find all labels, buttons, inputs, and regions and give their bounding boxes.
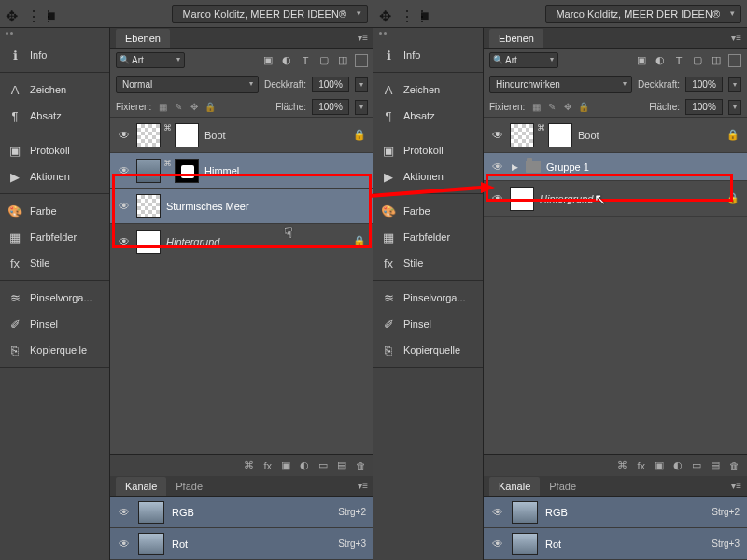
filter-type-icon[interactable]: T (299, 54, 312, 67)
layer-row[interactable]: 👁 Hintergrund 🔒 (110, 224, 374, 259)
sidebar-item-aktionen[interactable]: ▶Aktionen (374, 163, 483, 189)
sidebar-item-farbe[interactable]: 🎨Farbe (374, 198, 483, 224)
layer-name[interactable]: Hintergrund (540, 193, 721, 204)
lock-transparent-icon[interactable]: ▦ (157, 102, 168, 113)
fill-value[interactable]: 100% (312, 99, 349, 115)
filter-smart-icon[interactable]: ◫ (336, 54, 349, 67)
opacity-dropdown[interactable]: ▾ (728, 77, 741, 92)
filter-pixel-icon[interactable]: ▣ (261, 54, 275, 67)
sidebar-item-absatz[interactable]: ¶Absatz (374, 103, 483, 129)
sidebar-item-absatz[interactable]: ¶Absatz (0, 103, 109, 129)
layer-name[interactable]: Boot (204, 130, 347, 141)
sidebar-item-info[interactable]: ℹInfo (374, 42, 483, 68)
layer-group-row[interactable]: 👁 ▶ Gruppe 1 (484, 153, 747, 181)
tab-kanaele[interactable]: Kanäle (489, 477, 540, 496)
layer-name[interactable]: Hintergrund (166, 236, 347, 247)
layer-row[interactable]: 👁 ⌘ Himmel (110, 153, 374, 189)
channel-row[interactable]: 👁RotStrg+3 (484, 528, 747, 560)
visibility-icon[interactable]: 👁 (118, 129, 131, 142)
link-layers-icon[interactable]: ⌘ (244, 459, 254, 471)
sidebar-item-info[interactable]: ℹInfo (0, 42, 109, 68)
filter-toggle[interactable] (728, 54, 741, 67)
layer-thumb[interactable] (136, 230, 161, 254)
filter-smart-icon[interactable]: ◫ (710, 54, 723, 67)
layer-thumb[interactable] (510, 187, 534, 211)
filter-type-select[interactable]: Art (116, 52, 185, 68)
lock-all-icon[interactable]: 🔒 (204, 102, 216, 113)
channel-row[interactable]: 👁 RGB Strg+2 (110, 497, 374, 528)
mask-thumb[interactable] (175, 123, 199, 147)
sidebar-item-farbfelder[interactable]: ▦Farbfelder (0, 224, 109, 250)
new-layer-icon[interactable]: ▤ (337, 459, 346, 471)
camera-icon[interactable]: ■ (47, 7, 60, 21)
sidebar-item-pinsel[interactable]: ✐Pinsel (0, 311, 109, 337)
channel-row[interactable]: 👁 Rot Strg+3 (110, 528, 374, 560)
layer-thumb[interactable] (136, 194, 161, 218)
panel-menu-icon[interactable]: ▾≡ (358, 33, 368, 43)
panel-menu-icon[interactable]: ▾≡ (358, 481, 368, 491)
filter-toggle[interactable] (355, 54, 368, 67)
blend-mode-select[interactable]: Hindurchwirken (489, 76, 632, 93)
adjustment-icon[interactable]: ◐ (300, 459, 309, 471)
fill-value[interactable]: 100% (685, 99, 723, 115)
sidebar-item-kopierquelle[interactable]: ⎘Kopierquelle (374, 337, 483, 363)
filter-adjust-icon[interactable]: ◐ (654, 54, 667, 67)
tab-kanaele[interactable]: Kanäle (116, 477, 166, 496)
visibility-icon[interactable]: 👁 (118, 164, 131, 177)
workspace-select[interactable]: Marco Kolditz, MEER DER IDEEN® (172, 5, 368, 23)
visibility-icon[interactable]: 👁 (118, 538, 131, 551)
sidebar-item-protokoll[interactable]: ▣Protokoll (0, 137, 109, 163)
options-icon[interactable]: ⋮⋮ (400, 7, 413, 21)
mask-add-icon[interactable]: ▣ (281, 459, 290, 471)
sidebar-item-farbfelder[interactable]: ▦Farbfelder (374, 224, 483, 250)
sidebar-item-zeichen[interactable]: AZeichen (0, 77, 109, 103)
visibility-icon[interactable]: 👁 (118, 200, 131, 213)
layer-thumb[interactable] (510, 123, 534, 147)
layer-row[interactable]: 👁 ⌘ Boot 🔒 (110, 118, 374, 153)
sidebar-item-stile[interactable]: fxStile (374, 250, 483, 276)
panel-menu-icon[interactable]: ▾≡ (731, 481, 741, 491)
trash-icon[interactable]: 🗑 (356, 460, 366, 471)
sidebar-item-kopierquelle[interactable]: ⎘Kopierquelle (0, 337, 109, 363)
mask-thumb[interactable] (175, 159, 199, 183)
options-icon[interactable]: ⋮⋮ (26, 7, 39, 21)
layer-name[interactable]: Gruppe 1 (546, 161, 740, 173)
visibility-icon[interactable]: 👁 (491, 161, 504, 174)
layer-row[interactable]: 👁 Hintergrund 🔒 (484, 181, 747, 217)
sidebar-item-aktionen[interactable]: ▶Aktionen (0, 163, 109, 189)
tab-ebenen[interactable]: Ebenen (116, 29, 170, 48)
move-icon[interactable]: ✥ (379, 7, 392, 21)
layer-thumb[interactable] (136, 159, 161, 183)
visibility-icon[interactable]: 👁 (491, 538, 504, 551)
lock-icon[interactable]: 🔒 (726, 129, 740, 141)
tab-ebenen[interactable]: Ebenen (489, 29, 543, 48)
visibility-icon[interactable]: 👁 (491, 192, 504, 205)
visibility-icon[interactable]: 👁 (118, 235, 131, 248)
fill-dropdown[interactable]: ▾ (355, 100, 368, 115)
layer-thumb[interactable] (136, 123, 161, 147)
fx-icon[interactable]: fx (637, 460, 645, 471)
lock-move-icon[interactable]: ✥ (562, 102, 573, 113)
mask-add-icon[interactable]: ▣ (655, 459, 664, 471)
filter-type-icon[interactable]: T (672, 54, 685, 67)
fill-dropdown[interactable]: ▾ (728, 100, 741, 115)
filter-adjust-icon[interactable]: ◐ (280, 54, 293, 67)
tab-pfade[interactable]: Pfade (166, 477, 212, 496)
trash-icon[interactable]: 🗑 (729, 460, 740, 471)
lock-icon[interactable]: 🔒 (353, 129, 366, 141)
disclosure-icon[interactable]: ▶ (512, 162, 518, 172)
visibility-icon[interactable]: 👁 (118, 506, 131, 519)
fx-icon[interactable]: fx (263, 460, 272, 471)
opacity-value[interactable]: 100% (685, 77, 723, 92)
mask-thumb[interactable] (548, 123, 572, 147)
visibility-icon[interactable]: 👁 (491, 129, 504, 142)
tab-pfade[interactable]: Pfade (540, 477, 585, 496)
sidebar-item-pinselvorgaben[interactable]: ≋Pinselvorga... (0, 285, 109, 311)
group-icon[interactable]: ▭ (692, 459, 701, 471)
layer-row[interactable]: 👁 ⌘ Boot 🔒 (484, 118, 747, 153)
layer-name[interactable]: Stürmisches Meer (166, 201, 366, 212)
layer-row[interactable]: 👁 Stürmisches Meer (110, 189, 374, 224)
filter-type-select[interactable]: Art (489, 52, 558, 68)
move-icon[interactable]: ✥ (6, 7, 19, 21)
sidebar-item-zeichen[interactable]: AZeichen (374, 77, 483, 103)
